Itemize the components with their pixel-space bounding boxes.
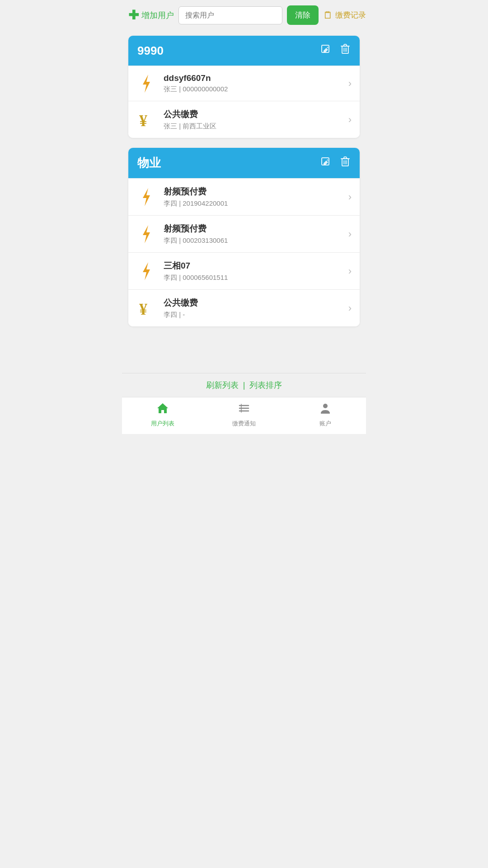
item-subtitle: 李四 | - — [164, 311, 341, 319]
item-subtitle: 李四 | 000203130061 — [164, 236, 341, 245]
add-user-label: 增加用户 — [141, 10, 174, 21]
edit-icon[interactable] — [320, 156, 332, 170]
search-input[interactable] — [178, 6, 282, 24]
user-group-group-property: 物业 射频预付费李四 | 201904220001› 射频预付费李四 | 000… — [128, 148, 360, 326]
edit-icon[interactable] — [320, 43, 332, 58]
item-content: 公共缴费张三 | 前西工业区 — [164, 108, 341, 131]
home-icon — [156, 402, 169, 418]
list-item[interactable]: 射频预付费李四 | 000203130061› — [128, 215, 360, 252]
tab-account[interactable]: 账户 — [285, 402, 366, 428]
bottom-bar: 刷新列表 | 列表排序 — [122, 373, 366, 397]
svg-point-14 — [323, 404, 328, 408]
item-content: 射频预付费李四 | 000203130061 — [164, 223, 341, 245]
chevron-right-icon: › — [348, 228, 352, 240]
main-content: 9990 ddsyf6607n张三 | 000000000002› ¥ 公共缴费… — [122, 30, 366, 373]
group-header: 9990 — [128, 36, 360, 66]
lightning-icon — [136, 74, 156, 94]
chevron-right-icon: › — [348, 78, 352, 90]
chevron-right-icon: › — [348, 265, 352, 277]
item-subtitle: 张三 | 前西工业区 — [164, 122, 341, 131]
tab-bar: 用户列表 缴费通知 账户 — [122, 397, 366, 434]
clear-button[interactable]: 清除 — [287, 5, 319, 25]
list-item[interactable]: ddsyf6607n张三 | 000000000002› — [128, 66, 360, 101]
sort-button[interactable]: 列表排序 — [249, 380, 282, 391]
person-icon — [319, 402, 332, 418]
chevron-right-icon: › — [348, 302, 352, 314]
plus-icon: ✚ — [128, 9, 139, 22]
item-subtitle: 李四 | 000065601511 — [164, 274, 341, 282]
item-subtitle: 张三 | 000000000002 — [164, 85, 341, 94]
item-title: 射频预付费 — [164, 186, 341, 198]
list-item[interactable]: ¥ 公共缴费张三 | 前西工业区› — [128, 101, 360, 138]
add-user-button[interactable]: ✚ 增加用户 — [128, 9, 174, 22]
group-title: 9990 — [137, 44, 164, 58]
delete-icon[interactable] — [340, 156, 351, 171]
records-button[interactable]: 🗒 缴费记录 — [323, 9, 366, 21]
item-title: 射频预付费 — [164, 223, 341, 235]
records-label: 缴费记录 — [335, 10, 366, 20]
list-icon — [238, 402, 250, 418]
svg-marker-7 — [143, 225, 150, 243]
tab-user-list[interactable]: 用户列表 — [122, 402, 203, 428]
svg-marker-2 — [143, 75, 150, 93]
tab-payment-notify[interactable]: 缴费通知 — [203, 402, 285, 428]
lightning-icon — [136, 261, 156, 281]
group-title: 物业 — [137, 155, 161, 171]
lightning-icon — [136, 224, 156, 244]
yen-icon: ¥ — [136, 298, 156, 318]
records-icon: 🗒 — [323, 9, 333, 21]
item-content: 三相07李四 | 000065601511 — [164, 260, 341, 282]
svg-text:¥: ¥ — [139, 300, 147, 317]
tab-payment-notify-label: 缴费通知 — [232, 420, 256, 428]
group-actions — [320, 43, 351, 58]
svg-marker-8 — [143, 262, 150, 280]
item-subtitle: 李四 | 201904220001 — [164, 199, 341, 208]
item-content: ddsyf6607n张三 | 000000000002 — [164, 73, 341, 94]
refresh-button[interactable]: 刷新列表 — [206, 380, 239, 391]
item-title: ddsyf6607n — [164, 73, 341, 83]
tab-user-list-label: 用户列表 — [151, 420, 174, 428]
user-group-group-9990: 9990 ddsyf6607n张三 | 000000000002› ¥ 公共缴费… — [128, 36, 360, 138]
group-header: 物业 — [128, 148, 360, 178]
tab-account-label: 账户 — [319, 420, 331, 428]
item-content: 射频预付费李四 | 201904220001 — [164, 186, 341, 208]
list-item[interactable]: ¥ 公共缴费李四 | -› — [128, 289, 360, 326]
toolbar: ✚ 增加用户 清除 🗒 缴费记录 — [122, 0, 366, 30]
delete-icon[interactable] — [340, 43, 351, 58]
separator: | — [239, 381, 250, 390]
list-item[interactable]: 射频预付费李四 | 201904220001› — [128, 178, 360, 215]
group-actions — [320, 156, 351, 171]
chevron-right-icon: › — [348, 114, 352, 126]
svg-marker-6 — [143, 188, 150, 206]
svg-text:¥: ¥ — [139, 112, 147, 129]
item-content: 公共缴费李四 | - — [164, 297, 341, 319]
item-title: 公共缴费 — [164, 297, 341, 309]
lightning-icon — [136, 187, 156, 207]
chevron-right-icon: › — [348, 191, 352, 203]
item-title: 三相07 — [164, 260, 341, 272]
list-item[interactable]: 三相07李四 | 000065601511› — [128, 252, 360, 289]
item-title: 公共缴费 — [164, 108, 341, 120]
yen-icon: ¥ — [136, 110, 156, 130]
